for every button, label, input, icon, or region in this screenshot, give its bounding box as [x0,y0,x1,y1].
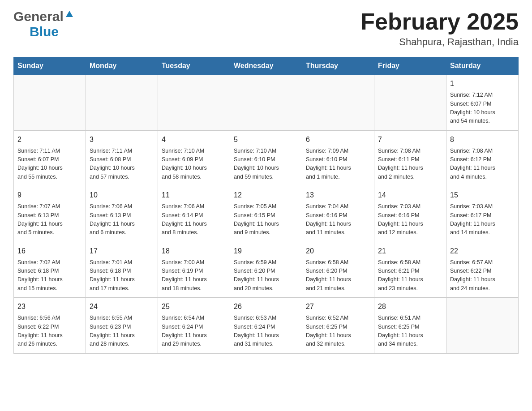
day-number: 28 [378,301,442,312]
calendar-day-cell: 2Sunrise: 7:11 AMSunset: 6:07 PMDaylight… [14,130,86,186]
calendar-day-cell: 26Sunrise: 6:53 AMSunset: 6:24 PMDayligh… [230,298,302,354]
month-title: February 2025 [360,9,519,34]
logo-blue-text: Blue [30,24,59,39]
day-info: Sunrise: 7:06 AMSunset: 6:13 PMDaylight:… [90,202,154,237]
day-number: 21 [378,246,442,257]
day-number: 3 [90,134,154,145]
day-info: Sunrise: 6:51 AMSunset: 6:25 PMDaylight:… [378,314,442,349]
day-number: 9 [17,190,82,201]
day-of-week-header: Wednesday [230,57,302,75]
day-info: Sunrise: 6:58 AMSunset: 6:20 PMDaylight:… [306,258,370,293]
calendar-day-cell: 13Sunrise: 7:04 AMSunset: 6:16 PMDayligh… [302,186,374,242]
day-number: 12 [234,190,298,201]
svg-marker-0 [66,11,73,17]
day-info: Sunrise: 6:54 AMSunset: 6:24 PMDaylight:… [162,314,226,349]
day-number: 1 [450,78,515,89]
day-of-week-header: Friday [374,57,446,75]
calendar-day-cell [158,75,230,131]
day-info: Sunrise: 6:56 AMSunset: 6:22 PMDaylight:… [17,314,82,349]
calendar-day-cell: 18Sunrise: 7:00 AMSunset: 6:19 PMDayligh… [158,242,230,298]
calendar-day-cell [14,75,86,131]
calendar-day-cell: 12Sunrise: 7:05 AMSunset: 6:15 PMDayligh… [230,186,302,242]
day-info: Sunrise: 7:10 AMSunset: 6:09 PMDaylight:… [162,147,226,182]
calendar-day-cell: 15Sunrise: 7:03 AMSunset: 6:17 PMDayligh… [446,186,519,242]
day-number: 19 [234,246,298,257]
page-header: General Blue February 2025 Shahpura, Raj… [13,9,519,48]
calendar-week-row: 1Sunrise: 7:12 AMSunset: 6:07 PMDaylight… [14,75,519,131]
calendar-day-cell: 1Sunrise: 7:12 AMSunset: 6:07 PMDaylight… [446,75,519,131]
day-of-week-header: Sunday [14,57,86,75]
day-info: Sunrise: 6:52 AMSunset: 6:25 PMDaylight:… [306,314,370,349]
calendar-day-cell [446,298,519,354]
day-of-week-header: Tuesday [158,57,230,75]
day-info: Sunrise: 6:57 AMSunset: 6:22 PMDaylight:… [450,258,515,293]
day-number: 11 [162,190,226,201]
day-number: 27 [306,301,370,312]
calendar-day-cell: 17Sunrise: 7:01 AMSunset: 6:18 PMDayligh… [86,242,158,298]
calendar-day-cell: 14Sunrise: 7:03 AMSunset: 6:16 PMDayligh… [374,186,446,242]
calendar-day-cell: 7Sunrise: 7:08 AMSunset: 6:11 PMDaylight… [374,130,446,186]
calendar-day-cell: 10Sunrise: 7:06 AMSunset: 6:13 PMDayligh… [86,186,158,242]
calendar-day-cell: 8Sunrise: 7:08 AMSunset: 6:12 PMDaylight… [446,130,519,186]
day-number: 15 [450,190,515,201]
calendar-header-row: SundayMondayTuesdayWednesdayThursdayFrid… [14,57,519,75]
day-info: Sunrise: 6:53 AMSunset: 6:24 PMDaylight:… [234,314,298,349]
day-info: Sunrise: 7:12 AMSunset: 6:07 PMDaylight:… [450,91,515,126]
day-info: Sunrise: 7:03 AMSunset: 6:16 PMDaylight:… [378,202,442,237]
day-info: Sunrise: 7:08 AMSunset: 6:12 PMDaylight:… [450,147,515,182]
calendar-week-row: 9Sunrise: 7:07 AMSunset: 6:13 PMDaylight… [14,186,519,242]
day-number: 17 [90,246,154,257]
day-number: 2 [17,134,82,145]
calendar-day-cell: 21Sunrise: 6:58 AMSunset: 6:21 PMDayligh… [374,242,446,298]
calendar-day-cell: 27Sunrise: 6:52 AMSunset: 6:25 PMDayligh… [302,298,374,354]
day-info: Sunrise: 7:01 AMSunset: 6:18 PMDaylight:… [90,258,154,293]
calendar-day-cell: 16Sunrise: 7:02 AMSunset: 6:18 PMDayligh… [14,242,86,298]
day-number: 5 [234,134,298,145]
location-text: Shahpura, Rajasthan, India [360,36,519,48]
calendar-day-cell: 3Sunrise: 7:11 AMSunset: 6:08 PMDaylight… [86,130,158,186]
logo-general-text: General [13,9,64,24]
calendar-day-cell [86,75,158,131]
calendar-week-row: 2Sunrise: 7:11 AMSunset: 6:07 PMDaylight… [14,130,519,186]
day-number: 14 [378,190,442,201]
day-number: 6 [306,134,370,145]
day-of-week-header: Saturday [446,57,519,75]
title-section: February 2025 Shahpura, Rajasthan, India [360,9,519,48]
calendar-day-cell: 9Sunrise: 7:07 AMSunset: 6:13 PMDaylight… [14,186,86,242]
day-info: Sunrise: 7:09 AMSunset: 6:10 PMDaylight:… [306,147,370,182]
day-info: Sunrise: 7:10 AMSunset: 6:10 PMDaylight:… [234,147,298,182]
day-number: 8 [450,134,515,145]
calendar-day-cell [230,75,302,131]
calendar-day-cell: 5Sunrise: 7:10 AMSunset: 6:10 PMDaylight… [230,130,302,186]
calendar-day-cell: 24Sunrise: 6:55 AMSunset: 6:23 PMDayligh… [86,298,158,354]
day-info: Sunrise: 7:04 AMSunset: 6:16 PMDaylight:… [306,202,370,237]
day-info: Sunrise: 7:02 AMSunset: 6:18 PMDaylight:… [17,258,82,293]
day-number: 20 [306,246,370,257]
calendar-day-cell [302,75,374,131]
day-number: 4 [162,134,226,145]
day-of-week-header: Thursday [302,57,374,75]
day-number: 23 [17,301,82,312]
logo-arrow-icon [65,10,74,21]
calendar-day-cell: 25Sunrise: 6:54 AMSunset: 6:24 PMDayligh… [158,298,230,354]
day-info: Sunrise: 7:11 AMSunset: 6:07 PMDaylight:… [17,147,82,182]
day-info: Sunrise: 7:07 AMSunset: 6:13 PMDaylight:… [17,202,82,237]
day-number: 25 [162,301,226,312]
logo: General Blue [13,9,74,39]
calendar-day-cell: 22Sunrise: 6:57 AMSunset: 6:22 PMDayligh… [446,242,519,298]
day-info: Sunrise: 6:58 AMSunset: 6:21 PMDaylight:… [378,258,442,293]
calendar-day-cell [374,75,446,131]
calendar-day-cell: 19Sunrise: 6:59 AMSunset: 6:20 PMDayligh… [230,242,302,298]
day-info: Sunrise: 7:08 AMSunset: 6:11 PMDaylight:… [378,147,442,182]
calendar-week-row: 23Sunrise: 6:56 AMSunset: 6:22 PMDayligh… [14,298,519,354]
day-number: 22 [450,246,515,257]
calendar-day-cell: 4Sunrise: 7:10 AMSunset: 6:09 PMDaylight… [158,130,230,186]
calendar-week-row: 16Sunrise: 7:02 AMSunset: 6:18 PMDayligh… [14,242,519,298]
day-info: Sunrise: 7:06 AMSunset: 6:14 PMDaylight:… [162,202,226,237]
day-info: Sunrise: 7:11 AMSunset: 6:08 PMDaylight:… [90,147,154,182]
calendar-day-cell: 6Sunrise: 7:09 AMSunset: 6:10 PMDaylight… [302,130,374,186]
day-number: 26 [234,301,298,312]
day-number: 13 [306,190,370,201]
day-number: 16 [17,246,82,257]
day-number: 7 [378,134,442,145]
